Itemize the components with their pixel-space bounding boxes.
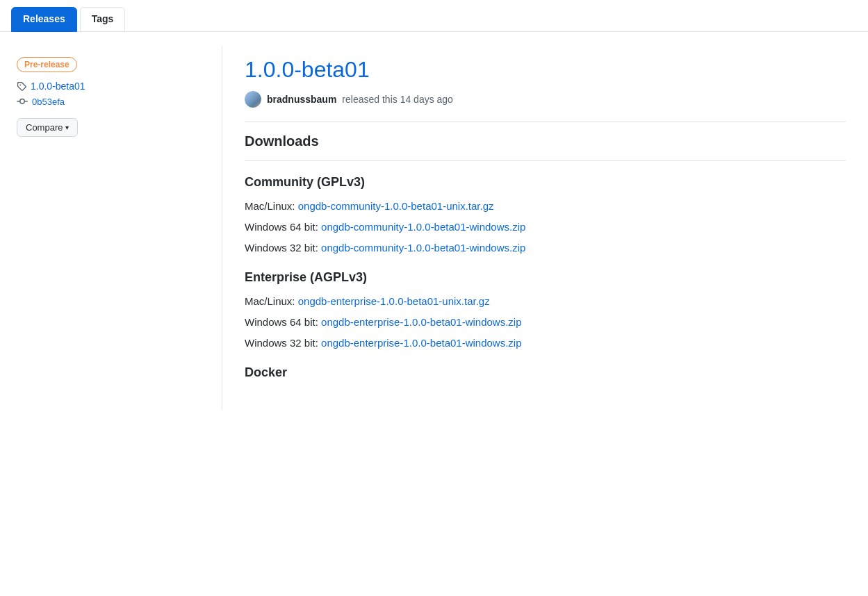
community-win64-label: Windows 64 bit:: [245, 221, 321, 233]
community-win64-row: Windows 64 bit: ongdb-community-1.0.0-be…: [245, 219, 846, 235]
sidebar-tag[interactable]: 1.0.0-beta01: [17, 81, 85, 92]
avatar: [245, 91, 261, 108]
enterprise-win64-label: Windows 64 bit:: [245, 316, 321, 328]
community-mac-row: Mac/Linux: ongdb-community-1.0.0-beta01-…: [245, 198, 846, 215]
community-mac-link[interactable]: ongdb-community-1.0.0-beta01-unix.tar.gz: [298, 200, 494, 212]
enterprise-win64-link[interactable]: ongdb-enterprise-1.0.0-beta01-windows.zi…: [321, 316, 522, 328]
tab-bar: Releases Tags: [0, 0, 868, 32]
community-win64-link[interactable]: ongdb-community-1.0.0-beta01-windows.zip: [321, 221, 525, 233]
main-container: Pre-release 1.0.0-beta01 0b53efa Compare…: [0, 32, 868, 411]
sidebar: Pre-release 1.0.0-beta01 0b53efa Compare…: [0, 46, 222, 411]
community-win32-row: Windows 32 bit: ongdb-community-1.0.0-be…: [245, 240, 846, 256]
community-title: Community (GPLv3): [245, 175, 846, 190]
content-area: 1.0.0-beta01 bradnussbaum released this …: [222, 46, 868, 411]
enterprise-mac-label: Mac/Linux:: [245, 295, 298, 307]
author-name[interactable]: bradnussbaum: [267, 94, 336, 105]
enterprise-title: Enterprise (AGPLv3): [245, 270, 846, 285]
docker-title: Docker: [245, 365, 846, 380]
enterprise-mac-link[interactable]: ongdb-enterprise-1.0.0-beta01-unix.tar.g…: [298, 295, 490, 307]
chevron-down-icon: ▾: [65, 124, 69, 131]
enterprise-win32-label: Windows 32 bit:: [245, 337, 321, 349]
release-meta-text: released this 14 days ago: [342, 94, 453, 105]
tag-icon: [17, 81, 26, 91]
community-win32-link[interactable]: ongdb-community-1.0.0-beta01-windows.zip: [321, 242, 525, 254]
pre-release-badge: Pre-release: [17, 57, 77, 72]
tab-releases[interactable]: Releases: [11, 7, 77, 32]
community-win32-label: Windows 32 bit:: [245, 242, 321, 254]
downloads-heading: Downloads: [245, 133, 846, 149]
avatar-image: [245, 91, 261, 108]
divider-downloads: [245, 160, 846, 161]
community-mac-label: Mac/Linux:: [245, 200, 298, 212]
enterprise-win64-row: Windows 64 bit: ongdb-enterprise-1.0.0-b…: [245, 314, 846, 331]
tag-label: 1.0.0-beta01: [31, 81, 85, 92]
commit-icon: [17, 96, 28, 107]
divider-top: [245, 122, 846, 122]
release-meta: bradnussbaum released this 14 days ago: [245, 91, 846, 108]
enterprise-win32-link[interactable]: ongdb-enterprise-1.0.0-beta01-windows.zi…: [321, 337, 522, 349]
tab-tags[interactable]: Tags: [80, 7, 126, 32]
compare-label: Compare: [26, 122, 63, 133]
enterprise-win32-row: Windows 32 bit: ongdb-enterprise-1.0.0-b…: [245, 335, 846, 351]
compare-button[interactable]: Compare ▾: [17, 118, 78, 137]
sidebar-commit: 0b53efa: [17, 96, 65, 107]
commit-hash[interactable]: 0b53efa: [32, 97, 65, 107]
release-title: 1.0.0-beta01: [245, 57, 846, 83]
enterprise-mac-row: Mac/Linux: ongdb-enterprise-1.0.0-beta01…: [245, 293, 846, 310]
